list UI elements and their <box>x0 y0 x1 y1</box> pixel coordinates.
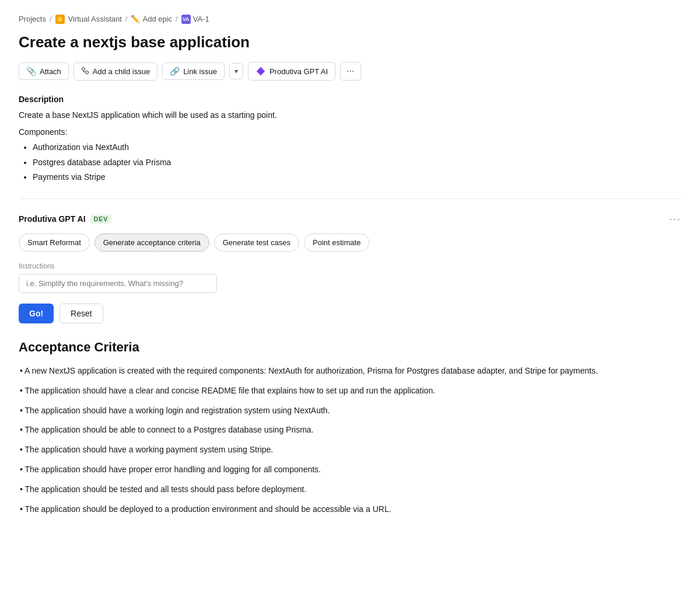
dev-badge: DEV <box>90 214 111 224</box>
description-label: Description <box>19 95 681 104</box>
gpt-more-button[interactable]: ··· <box>669 213 681 225</box>
gpt-title-group: Produtiva GPT AI DEV <box>19 214 111 224</box>
child-issue-label: Add a child issue <box>93 67 150 76</box>
produtiva-label: Produtiva GPT AI <box>270 67 328 76</box>
link-issue-button[interactable]: 🔗 Link issue <box>162 62 225 80</box>
attach-button[interactable]: 📎 Attach <box>19 62 69 80</box>
more-options-button[interactable]: ··· <box>340 62 360 81</box>
breadcrumb-sep1: / <box>50 15 52 23</box>
ticket-icon: VA <box>181 15 191 24</box>
breadcrumb-ticket-link[interactable]: VA-1 <box>193 15 209 23</box>
component-item-3: Payments via Stripe <box>33 170 681 184</box>
description-text: Create a base NextJS application which w… <box>19 109 681 121</box>
btn-row: Go! Reset <box>19 304 681 323</box>
toolbar: 📎 Attach Add a child issue 🔗 Link issue … <box>19 62 681 81</box>
breadcrumb: Projects / ⭐ Virtual Assistant / ✏️ Add … <box>19 14 681 24</box>
component-item-1: Authorization via NextAuth <box>33 140 681 155</box>
breadcrumb-projects[interactable]: Projects <box>19 15 46 23</box>
go-button[interactable]: Go! <box>19 304 54 323</box>
gpt-header: Produtiva GPT AI DEV ··· <box>19 213 681 225</box>
description-section: Description Create a base NextJS applica… <box>19 95 681 184</box>
reset-button[interactable]: Reset <box>60 304 103 323</box>
produtiva-icon <box>256 66 266 76</box>
gpt-actions: Smart Reformat Generate acceptance crite… <box>19 233 681 252</box>
breadcrumb-va-icon: ⭐ <box>55 14 65 24</box>
pencil-icon: ✏️ <box>131 15 140 23</box>
gpt-title: Produtiva GPT AI <box>19 214 86 224</box>
breadcrumb-sep3: / <box>176 15 178 23</box>
instructions-input[interactable] <box>19 274 217 293</box>
svg-point-1 <box>85 71 88 74</box>
instructions-label: Instructions <box>19 262 681 270</box>
breadcrumb-va[interactable]: Virtual Assistant <box>68 15 122 23</box>
breadcrumb-ticket: VA VA-1 <box>181 15 209 24</box>
link-icon: 🔗 <box>170 67 180 76</box>
produtiva-button[interactable]: Produtiva GPT AI <box>248 62 335 81</box>
acceptance-item-5: • The application should have proper err… <box>19 463 681 477</box>
acceptance-item-2: • The application should have a working … <box>19 404 681 418</box>
acceptance-item-0: • A new NextJS application is created wi… <box>19 364 681 378</box>
acceptance-item-1: • The application should have a clear an… <box>19 384 681 398</box>
link-issue-label: Link issue <box>183 67 217 76</box>
toolbar-chevron-button[interactable]: ▾ <box>229 63 243 79</box>
breadcrumb-epic-link[interactable]: Add epic <box>142 15 172 23</box>
breadcrumb-epic: ✏️ Add epic <box>131 15 172 23</box>
component-item-2: Postgres database adapter via Prisma <box>33 155 681 170</box>
generate-test-cases-button[interactable]: Generate test cases <box>214 233 299 252</box>
acceptance-item-3: • The application should be able to conn… <box>19 423 681 437</box>
gpt-section: Produtiva GPT AI DEV ··· Smart Reformat … <box>19 213 681 323</box>
point-estimate-button[interactable]: Point estimate <box>304 233 369 252</box>
acceptance-title: Acceptance Criteria <box>19 340 681 355</box>
acceptance-section: Acceptance Criteria • A new NextJS appli… <box>19 340 681 516</box>
smart-reformat-button[interactable]: Smart Reformat <box>19 233 90 252</box>
child-issue-icon <box>81 67 89 76</box>
attach-icon: 📎 <box>26 67 36 76</box>
acceptance-item-7: • The application should be deployed to … <box>19 503 681 517</box>
page-title: Create a nextjs base application <box>19 33 681 51</box>
add-child-issue-button[interactable]: Add a child issue <box>74 62 158 81</box>
components-label: Components: <box>19 127 681 137</box>
divider <box>19 198 681 199</box>
components-list: Authorization via NextAuth Postgres data… <box>19 140 681 184</box>
breadcrumb-sep2: / <box>125 15 128 23</box>
acceptance-item-6: • The application should be tested and a… <box>19 483 681 497</box>
svg-marker-4 <box>257 67 265 75</box>
acceptance-item-4: • The application should have a working … <box>19 443 681 457</box>
instructions-section: Instructions <box>19 262 681 293</box>
attach-label: Attach <box>40 67 61 76</box>
generate-acceptance-button[interactable]: Generate acceptance criteria <box>94 233 209 252</box>
svg-point-0 <box>82 67 85 70</box>
